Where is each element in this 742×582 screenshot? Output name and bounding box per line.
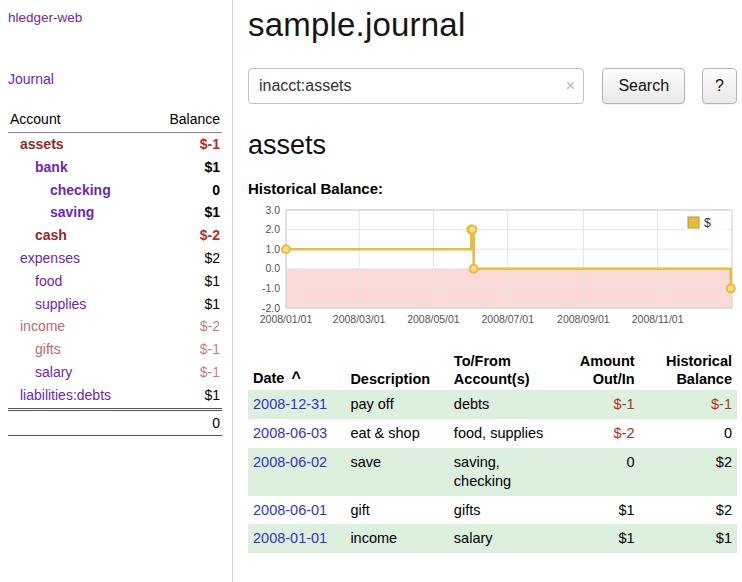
transaction-accounts: debts [449,390,557,419]
account-balance: 0 [212,182,220,199]
transaction-description: eat & shop [345,419,448,448]
account-link-saving[interactable]: saving [10,204,94,221]
app-window: hledger-web Journal Account Balance asse… [0,0,742,582]
transaction-balance: $2 [640,448,737,496]
brand-link[interactable]: hledger-web [8,10,222,25]
account-balance: $1 [204,296,220,313]
y-tick-label: 0.0 [265,262,280,274]
transaction-date-link[interactable]: 2008-06-02 [253,454,327,470]
y-tick-label: 1.0 [265,243,280,255]
page-title: sample.journal [248,6,737,44]
table-header-balance: Historical Balance [640,350,737,390]
transaction-accounts: food, supplies [449,419,557,448]
table-header-date[interactable]: Date^ [248,350,345,390]
legend-swatch [688,217,699,228]
total-balance: 0 [212,415,220,431]
transaction-date-link[interactable]: 2008-06-03 [253,425,327,441]
search-input[interactable] [248,68,584,104]
account-row: food$1 [8,270,222,293]
account-row: income$-2 [8,315,222,338]
account-balance: $-1 [200,341,220,358]
total-row: 0 [8,408,222,436]
transaction-balance: 0 [640,419,737,448]
account-row: assets$-1 [8,133,222,156]
account-row: salary$-1 [8,361,222,384]
y-tick-label: 3.0 [265,204,280,216]
account-link-gifts[interactable]: gifts [10,341,61,358]
transaction-amount: $1 [556,496,639,525]
data-point-marker [468,226,476,234]
x-tick-label: 2008/01/01 [260,313,313,325]
account-link-assets[interactable]: assets [10,136,64,153]
transaction-date-link[interactable]: 2008-12-31 [253,396,327,412]
account-balance: $-1 [200,136,220,153]
transaction-row: 2008-06-03eat & shopfood, supplies$-20 [248,419,737,448]
clear-search-icon[interactable]: × [565,77,575,94]
date-header-label: Date [253,370,284,386]
legend-label: $ [704,216,711,230]
account-balance: $1 [204,204,220,221]
transaction-row: 2008-06-01giftgifts$1$2 [248,496,737,525]
account-row: supplies$1 [8,293,222,316]
sidebar-nav: Journal [8,25,222,88]
transaction-description: save [345,448,448,496]
transaction-accounts: salary [449,524,557,553]
transaction-description: gift [345,496,448,525]
main-content: sample.journal × Search ? assets Histori… [233,0,742,582]
transaction-date-link[interactable]: 2008-01-01 [253,530,327,546]
transaction-description: income [345,524,448,553]
table-header-accounts: To/From Account(s) [449,350,557,390]
account-heading: assets [248,130,737,161]
x-tick-label: 2008/09/01 [557,313,610,325]
account-link-cash[interactable]: cash [10,227,67,244]
transaction-date-link[interactable]: 2008-06-01 [253,502,327,518]
account-link-salary[interactable]: salary [10,364,72,381]
balance-column-header: Balance [169,111,220,127]
transaction-row: 2008-01-01incomesalary$1$1 [248,524,737,553]
chart-title: Historical Balance: [248,180,737,197]
account-row: saving$1 [8,201,222,224]
register-table: Date^ Description To/From Account(s) Amo… [248,350,737,553]
register-table-header-row: Date^ Description To/From Account(s) Amo… [248,350,737,390]
account-balance: $-2 [200,227,220,244]
x-tick-label: 2008/03/01 [333,313,386,325]
account-balance: $1 [204,387,220,404]
x-tick-label: 2008/07/01 [482,313,535,325]
account-link-supplies[interactable]: supplies [10,296,86,313]
account-row: gifts$-1 [8,338,222,361]
account-balance: $1 [204,159,220,176]
account-row: liabilities:debts$1 [8,384,222,407]
transaction-amount: $-2 [556,419,639,448]
account-row: checking0 [8,179,222,202]
account-row: bank$1 [8,156,222,179]
account-balance: $1 [204,273,220,290]
account-link-checking[interactable]: checking [10,182,111,199]
account-balance-table: Account Balance assets$-1bank$1checking0… [8,108,222,436]
help-button[interactable]: ? [702,68,737,104]
search-button[interactable]: Search [602,68,685,104]
account-tree: assets$-1bank$1checking0saving$1cash$-2e… [8,133,222,407]
account-balance: $2 [204,250,220,267]
historical-balance-chart: 3.02.01.00.0-1.0-2.02008/01/012008/03/01… [248,202,738,334]
account-row: cash$-2 [8,224,222,247]
transaction-accounts: gifts [449,496,557,525]
transaction-row: 2008-06-02savesaving, checking0$2 [248,448,737,496]
account-link-food[interactable]: food [10,273,62,290]
table-header-amount: Amount Out/In [556,350,639,390]
data-point-marker [727,284,735,292]
transaction-balance: $1 [640,524,737,553]
nav-journal-link[interactable]: Journal [8,71,54,87]
account-balance: $-1 [200,364,220,381]
account-link-bank[interactable]: bank [10,159,68,176]
account-link-income[interactable]: income [10,318,65,335]
search-input-wrap: × [248,68,584,104]
transaction-balance: $-1 [640,390,737,419]
y-tick-label: 2.0 [265,223,280,235]
transaction-amount: $1 [556,524,639,553]
sort-ascending-icon: ^ [291,369,300,386]
account-link-expenses[interactable]: expenses [10,250,80,267]
transaction-description: pay off [345,390,448,419]
transaction-balance: $2 [640,496,737,525]
register-rows: 2008-12-31pay offdebts$-1$-12008-06-03ea… [248,390,737,553]
account-link-liabilities-debts[interactable]: liabilities:debts [10,387,111,404]
